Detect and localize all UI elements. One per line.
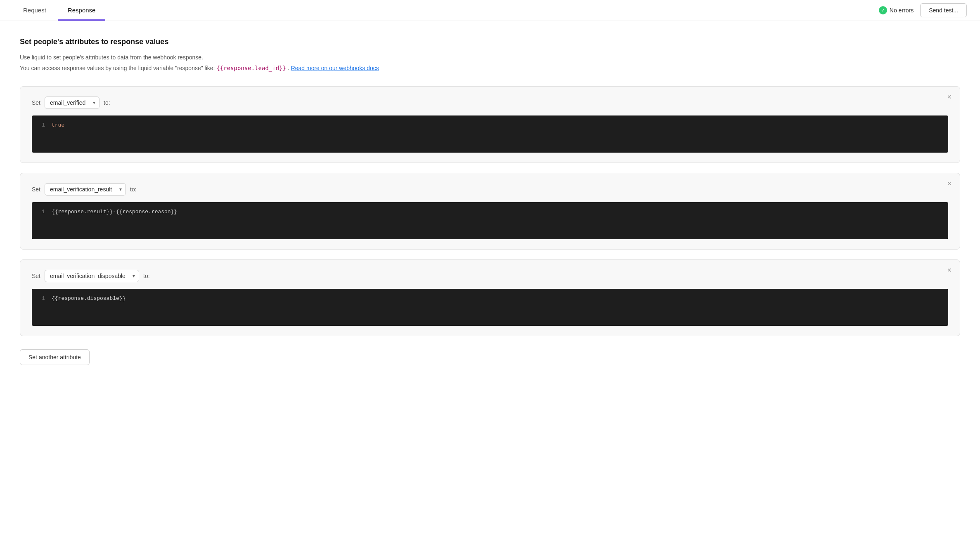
card-header-1: Set email_verified to: xyxy=(32,97,948,109)
close-button-2[interactable]: × xyxy=(947,180,952,187)
separator: . xyxy=(288,65,291,71)
attribute-card-3: × Set email_verification_disposable to: … xyxy=(20,259,960,336)
attribute-card-1: × Set email_verified to: 1 true xyxy=(20,86,960,163)
set-another-attribute-button[interactable]: Set another attribute xyxy=(20,349,90,365)
code-content-3: {{response.disposable}} xyxy=(52,295,942,319)
code-value-1: true xyxy=(52,122,64,128)
description: Use liquid to set people's attributes to… xyxy=(20,53,960,73)
close-button-3[interactable]: × xyxy=(947,266,952,274)
tab-request[interactable]: Request xyxy=(13,0,56,21)
code-value-3: {{response.disposable}} xyxy=(52,295,125,302)
card-header-2: Set email_verification_result to: xyxy=(32,183,948,196)
docs-link[interactable]: Read more on our webhooks docs xyxy=(291,65,379,71)
description-line2: You can access response values by using … xyxy=(20,64,960,73)
description-line1: Use liquid to set people's attributes to… xyxy=(20,53,960,62)
tab-response[interactable]: Response xyxy=(58,0,106,21)
line-numbers-3: 1 xyxy=(38,295,45,319)
attribute-select-3[interactable]: email_verification_disposable xyxy=(45,270,139,282)
close-button-1[interactable]: × xyxy=(947,93,952,101)
attribute-card-2: × Set email_verification_result to: 1 {{… xyxy=(20,173,960,250)
tabs-bar: Request Response ✓ No errors Send test..… xyxy=(0,0,980,21)
code-content-2: {{response.result}}-{{response.reason}} xyxy=(52,209,942,233)
main-content: Set people's attributes to response valu… xyxy=(0,21,980,542)
to-label-1: to: xyxy=(104,99,110,106)
no-errors-indicator: ✓ No errors xyxy=(879,6,914,14)
check-icon: ✓ xyxy=(879,6,887,14)
page-title: Set people's attributes to response valu… xyxy=(20,38,960,46)
line-numbers-1: 1 xyxy=(38,122,45,146)
set-label-3: Set xyxy=(32,273,40,279)
code-value-2: {{response.result}}-{{response.reason}} xyxy=(52,209,177,215)
to-label-3: to: xyxy=(143,273,150,279)
send-test-button[interactable]: Send test... xyxy=(920,3,967,17)
attribute-select-1[interactable]: email_verified xyxy=(45,97,99,109)
attribute-select-2[interactable]: email_verification_result xyxy=(45,183,126,196)
line-numbers-2: 1 xyxy=(38,209,45,233)
no-errors-label: No errors xyxy=(890,7,914,14)
header-right: ✓ No errors Send test... xyxy=(879,3,967,17)
to-label-2: to: xyxy=(130,186,137,193)
set-label-2: Set xyxy=(32,186,40,193)
attribute-select-wrapper-2: email_verification_result xyxy=(45,183,126,196)
attribute-select-wrapper-3: email_verification_disposable xyxy=(45,270,139,282)
code-editor-2[interactable]: 1 {{response.result}}-{{response.reason}… xyxy=(32,202,948,239)
card-header-3: Set email_verification_disposable to: xyxy=(32,270,948,282)
liquid-example: {{response.lead_id}} xyxy=(216,65,286,71)
code-content-1: true xyxy=(52,122,942,146)
code-editor-3[interactable]: 1 {{response.disposable}} xyxy=(32,289,948,326)
set-label-1: Set xyxy=(32,99,40,106)
attribute-select-wrapper-1: email_verified xyxy=(45,97,99,109)
code-editor-1[interactable]: 1 true xyxy=(32,115,948,153)
